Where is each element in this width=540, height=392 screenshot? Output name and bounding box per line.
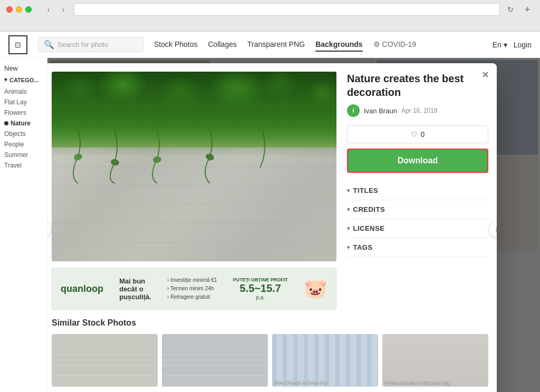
modal-overlay: ‹ › ✕ <box>47 58 540 392</box>
close-window-button[interactable] <box>6 6 13 13</box>
author-info: I Ivan Braun Apr 16, 2018 <box>347 104 488 117</box>
traffic-lights <box>6 6 32 13</box>
chevron-down-icon: ▾ <box>347 226 350 231</box>
advertisement-banner[interactable]: quanloop Mai bun decât o pușculiță. › In… <box>52 268 336 310</box>
sidebar-categories-header: ▾ CATEGO... <box>4 76 43 83</box>
modal-image-section: quanloop Mai bun decât o pușculiță. › In… <box>52 72 336 310</box>
like-button[interactable]: ♡ 0 <box>347 125 488 143</box>
sidebar-item-travel[interactable]: Travel <box>4 160 43 171</box>
chevron-down-icon: ▾ <box>347 207 350 212</box>
nav-collages[interactable]: Collages <box>208 38 237 52</box>
sidebar-item-flowers[interactable]: Flowers <box>4 107 43 118</box>
nav-transparent-png[interactable]: Transparent PNG <box>247 38 305 52</box>
sidebar-item-people[interactable]: People <box>4 139 43 150</box>
accordion-titles-header[interactable]: ▾ TITLES <box>347 187 488 194</box>
accordion-tags-header[interactable]: ▾ TAGS <box>347 243 488 251</box>
sidebar-item-summer[interactable]: Summer <box>4 150 43 160</box>
browser-nav: ‹ › <box>42 4 70 15</box>
site-logo[interactable]: ⊡ <box>8 35 27 54</box>
chevron-down-icon: ▾ <box>347 188 350 193</box>
photo-title: Nature creates the best decoration <box>347 72 488 99</box>
similar-photo-4-caption: White clouds in the blue sky <box>384 379 486 385</box>
site-nav: ⊡ 🔍 Search for photo Stock Photos Collag… <box>0 32 540 58</box>
accordion-credits: ▾ CREDITS <box>347 200 488 219</box>
accordion-titles-label: TITLES <box>353 187 379 194</box>
similar-title: Similar Stock Photos <box>52 318 488 328</box>
modal-close-button[interactable]: ✕ <box>479 68 491 81</box>
chevron-down-icon: ▾ <box>4 76 7 83</box>
ad-offer-suffix: p.a. <box>233 295 288 300</box>
heart-icon: ♡ <box>411 130 418 139</box>
ad-points: › Investiție minimă €1 › Termen minim 24… <box>167 276 217 301</box>
svg-point-7 <box>152 156 162 164</box>
active-indicator <box>4 121 8 125</box>
browser-titlebar: ‹ › ↻ + <box>0 0 540 19</box>
svg-point-5 <box>73 153 83 162</box>
search-icon: 🔍 <box>44 40 54 50</box>
accordion-license-header[interactable]: ▾ LICENSE <box>347 224 488 232</box>
content-area: New ▾ CATEGO... Animals Flat Lay Flowers… <box>0 58 540 392</box>
address-bar[interactable] <box>74 3 500 16</box>
accordion-titles: ▾ TITLES <box>347 181 488 200</box>
ad-brand: quanloop <box>61 283 103 295</box>
similar-photo-2[interactable] <box>162 334 268 387</box>
sidebar-item-nature[interactable]: Nature <box>4 118 43 129</box>
search-bar[interactable]: 🔍 Search for photo <box>38 37 143 52</box>
forward-button[interactable]: › <box>57 4 70 15</box>
nav-stock-photos[interactable]: Stock Photos <box>154 38 198 52</box>
ad-offer: 5.5~15.7 <box>233 282 288 295</box>
login-button[interactable]: Login <box>514 41 532 49</box>
download-button[interactable]: Download <box>347 149 488 173</box>
language-selector[interactable]: En ▾ <box>493 41 507 49</box>
minimize-window-button[interactable] <box>16 6 22 13</box>
similar-photo-3-caption: Few clouds in blue sky <box>274 379 376 385</box>
nav-right: En ▾ Login <box>493 41 532 49</box>
main-photo <box>52 72 336 261</box>
similar-grid: Few clouds in blue sky White clouds in t… <box>52 334 488 387</box>
author-name[interactable]: Ivan Braun <box>364 107 397 115</box>
ad-cta: PUTEȚI OBȚINE PROFIT <box>233 277 288 282</box>
accordion-license-label: LICENSE <box>353 224 385 232</box>
similar-photo-3[interactable]: Few clouds in blue sky <box>272 334 378 387</box>
similar-photo-4[interactable]: White clouds in the blue sky <box>382 334 488 387</box>
maximize-window-button[interactable] <box>25 6 32 13</box>
accordion-credits-label: CREDITS <box>353 205 385 213</box>
sidebar: New ▾ CATEGO... Animals Flat Lay Flowers… <box>0 58 47 392</box>
nav-backgrounds[interactable]: Backgrounds <box>315 38 362 52</box>
similar-photo-1[interactable] <box>52 334 158 387</box>
sidebar-item-animals[interactable]: Animals <box>4 86 43 97</box>
reload-button[interactable]: ↻ <box>504 4 517 15</box>
sidebar-item-flat-lay[interactable]: Flat Lay <box>4 97 43 107</box>
accordion-license: ▾ LICENSE <box>347 219 488 238</box>
similar-section: Similar Stock Photos Few clouds in blue … <box>47 318 497 392</box>
chevron-down-icon: ▾ <box>347 244 350 250</box>
back-button[interactable]: ‹ <box>42 4 55 15</box>
accordion-tags: ▾ TAGS <box>347 238 488 257</box>
new-tab-button[interactable]: + <box>521 4 534 15</box>
author-avatar: I <box>347 104 360 117</box>
ad-slogan: Mai bun decât o pușculiță. <box>119 277 151 301</box>
like-count: 0 <box>421 130 425 139</box>
main-content: Few clouds in blue sky White clouds in t… <box>47 58 540 392</box>
browser-chrome: ‹ › ↻ + <box>0 0 540 32</box>
search-placeholder: Search for photo <box>57 41 108 48</box>
author-date: Apr 16, 2018 <box>401 107 438 114</box>
svg-point-8 <box>205 153 215 162</box>
sidebar-new[interactable]: New <box>4 64 43 72</box>
modal-dialog: ‹ › ✕ <box>47 63 497 392</box>
nav-links: Stock Photos Collages Transparent PNG Ba… <box>154 38 482 52</box>
modal-body: quanloop Mai bun decât o pușculiță. › In… <box>47 63 497 318</box>
nav-covid[interactable]: ⚙ COVID-19 <box>373 38 416 52</box>
ad-piggy-icon: 🐷 <box>304 278 327 300</box>
accordion-tags-label: TAGS <box>353 243 373 251</box>
modal-info-panel: Nature creates the best decoration I Iva… <box>336 72 488 310</box>
website-content: ⊡ 🔍 Search for photo Stock Photos Collag… <box>0 32 540 392</box>
svg-point-6 <box>110 158 120 166</box>
sidebar-item-objects[interactable]: Objects <box>4 129 43 139</box>
accordion-credits-header[interactable]: ▾ CREDITS <box>347 205 488 213</box>
